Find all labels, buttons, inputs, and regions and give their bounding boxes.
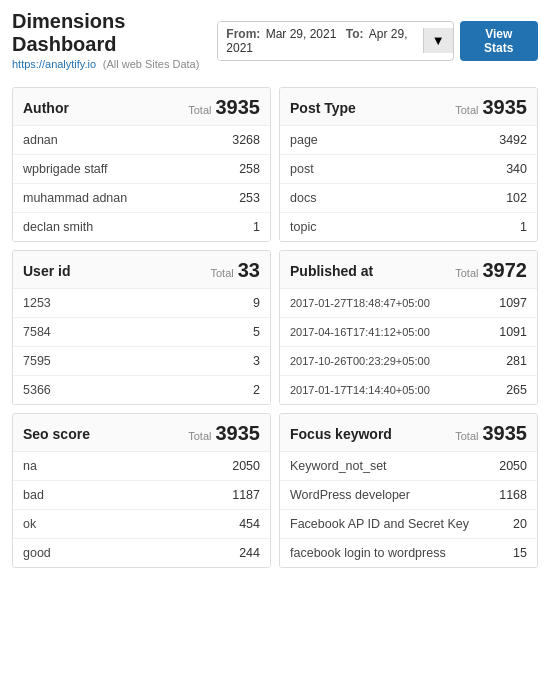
- card-focus-keyword: Focus keywordTotal3935Keyword_not_set205…: [279, 413, 538, 568]
- row-value: 9: [253, 296, 260, 310]
- card-seo-score: Seo scoreTotal3935na2050bad1187ok454good…: [12, 413, 271, 568]
- row-value: 1: [253, 220, 260, 234]
- row-value: 1091: [499, 325, 527, 339]
- list-item: declan smith1: [13, 213, 270, 241]
- card-title-seo-score: Seo score: [23, 426, 90, 442]
- row-label: na: [23, 459, 37, 473]
- row-value: 258: [239, 162, 260, 176]
- card-title-published-at: Published at: [290, 263, 373, 279]
- list-item: Keyword_not_set2050: [280, 452, 537, 481]
- card-author: AuthorTotal3935adnan3268wpbrigade staff2…: [12, 87, 271, 242]
- list-item: muhammad adnan253: [13, 184, 270, 213]
- row-value: 1168: [499, 488, 527, 502]
- row-value: 1187: [232, 488, 260, 502]
- row-label: topic: [290, 220, 316, 234]
- card-total-label-published-at: Total: [455, 267, 478, 279]
- row-label: 5366: [23, 383, 51, 397]
- row-value: 3492: [499, 133, 527, 147]
- row-label: good: [23, 546, 51, 560]
- card-header-user-id: User idTotal33: [13, 251, 270, 289]
- row-label: 1253: [23, 296, 51, 310]
- list-item: 2017-10-26T00:23:29+05:00281: [280, 347, 537, 376]
- row-value: 1097: [499, 296, 527, 310]
- row-value: 281: [506, 354, 527, 368]
- dashboard-title: Dimensions Dashboard: [12, 10, 217, 56]
- row-value: 253: [239, 191, 260, 205]
- row-label: 2017-04-16T17:41:12+05:00: [290, 326, 430, 338]
- card-title-author: Author: [23, 100, 69, 116]
- row-label: 7595: [23, 354, 51, 368]
- row-value: 454: [239, 517, 260, 531]
- card-user-id: User idTotal3312539758457595353662: [12, 250, 271, 405]
- card-total-published-at: Total3972: [455, 259, 527, 282]
- header-left: Dimensions Dashboard https://analytify.i…: [12, 10, 217, 71]
- view-stats-button[interactable]: View Stats: [460, 21, 538, 61]
- row-label: 2017-10-26T00:23:29+05:00: [290, 355, 430, 367]
- date-range-display[interactable]: From: Mar 29, 2021 To: Apr 29, 2021: [218, 22, 422, 60]
- card-total-label-focus-keyword: Total: [455, 430, 478, 442]
- card-published-at: Published atTotal39722017-01-27T18:48:47…: [279, 250, 538, 405]
- card-total-user-id: Total33: [211, 259, 261, 282]
- card-total-focus-keyword: Total3935: [455, 422, 527, 445]
- card-header-post-type: Post TypeTotal3935: [280, 88, 537, 126]
- from-label: From:: [226, 27, 260, 41]
- card-total-author: Total3935: [188, 96, 260, 119]
- list-item: WordPress developer1168: [280, 481, 537, 510]
- date-range-wrapper: From: Mar 29, 2021 To: Apr 29, 2021 ▼: [217, 21, 453, 61]
- list-item: 2017-01-17T14:14:40+05:00265: [280, 376, 537, 404]
- card-total-value-focus-keyword: 3935: [483, 422, 528, 445]
- row-value: 2050: [499, 459, 527, 473]
- card-title-user-id: User id: [23, 263, 70, 279]
- list-item: 53662: [13, 376, 270, 404]
- date-dropdown-button[interactable]: ▼: [423, 28, 453, 53]
- list-item: adnan3268: [13, 126, 270, 155]
- card-header-seo-score: Seo scoreTotal3935: [13, 414, 270, 452]
- row-label: ok: [23, 517, 36, 531]
- header-subtitle: https://analytify.io (All web Sites Data…: [12, 56, 217, 71]
- row-label: page: [290, 133, 318, 147]
- row-value: 20: [513, 517, 527, 531]
- card-total-label-author: Total: [188, 104, 211, 116]
- from-date: Mar 29, 2021: [266, 27, 337, 41]
- card-total-label-seo-score: Total: [188, 430, 211, 442]
- row-label: Keyword_not_set: [290, 459, 387, 473]
- row-label: muhammad adnan: [23, 191, 127, 205]
- card-total-value-published-at: 3972: [483, 259, 528, 282]
- card-total-seo-score: Total3935: [188, 422, 260, 445]
- card-total-post-type: Total3935: [455, 96, 527, 119]
- list-item: post340: [280, 155, 537, 184]
- list-item: docs102: [280, 184, 537, 213]
- row-value: 265: [506, 383, 527, 397]
- card-total-value-seo-score: 3935: [216, 422, 261, 445]
- list-item: 2017-04-16T17:41:12+05:001091: [280, 318, 537, 347]
- card-total-value-user-id: 33: [238, 259, 260, 282]
- row-value: 2: [253, 383, 260, 397]
- card-total-label-user-id: Total: [211, 267, 234, 279]
- row-value: 5: [253, 325, 260, 339]
- card-post-type: Post TypeTotal3935page3492post340docs102…: [279, 87, 538, 242]
- list-item: wpbrigade staff258: [13, 155, 270, 184]
- list-item: 12539: [13, 289, 270, 318]
- row-label: post: [290, 162, 314, 176]
- card-total-label-post-type: Total: [455, 104, 478, 116]
- link-suffix: (All web Sites Data): [103, 58, 200, 70]
- card-total-value-author: 3935: [216, 96, 261, 119]
- list-item: page3492: [280, 126, 537, 155]
- row-label: declan smith: [23, 220, 93, 234]
- card-header-published-at: Published atTotal3972: [280, 251, 537, 289]
- list-item: bad1187: [13, 481, 270, 510]
- row-label: docs: [290, 191, 316, 205]
- analytics-link[interactable]: https://analytify.io: [12, 58, 96, 70]
- row-value: 102: [506, 191, 527, 205]
- list-item: good244: [13, 539, 270, 567]
- list-item: 75953: [13, 347, 270, 376]
- row-value: 15: [513, 546, 527, 560]
- row-label: Facebook AP ID and Secret Key: [290, 517, 469, 531]
- row-label: 2017-01-17T14:14:40+05:00: [290, 384, 430, 396]
- row-label: adnan: [23, 133, 58, 147]
- list-item: 75845: [13, 318, 270, 347]
- row-value: 340: [506, 162, 527, 176]
- row-label: wpbrigade staff: [23, 162, 108, 176]
- row-label: 2017-01-27T18:48:47+05:00: [290, 297, 430, 309]
- row-value: 1: [520, 220, 527, 234]
